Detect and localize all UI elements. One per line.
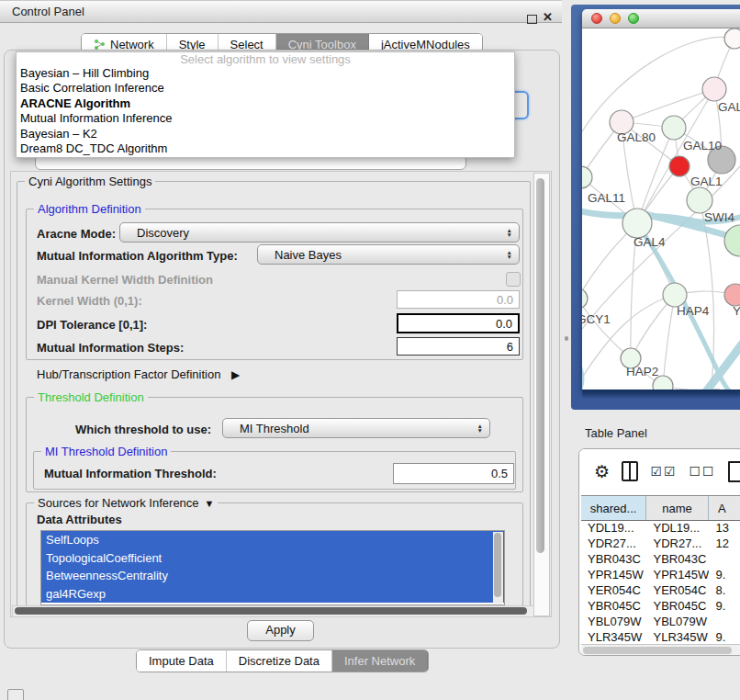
menu-item[interactable]: Dream8 DC_TDC Algorithm: [17, 141, 514, 156]
menu-item[interactable]: Bayesian – K2: [17, 127, 514, 141]
deselect-checkboxes-icon[interactable]: ☐☐: [689, 464, 715, 479]
mi-steps-label: Mutual Information Steps:: [37, 341, 184, 355]
float-icon[interactable]: [527, 13, 537, 27]
menu-item[interactable]: Bayesian – Hill Climbing: [17, 66, 514, 81]
node-label: Y: [733, 304, 740, 318]
cyni-algorithm-settings-title: Cyni Algorithm Settings: [25, 175, 155, 188]
zoom-traffic-icon[interactable]: [628, 13, 639, 24]
which-threshold-combo[interactable]: MI Threshold ▲▼: [222, 418, 490, 438]
stepper-arrows-icon: ▲▼: [507, 228, 512, 237]
chevron-right-icon: ▶: [231, 368, 240, 381]
minimize-traffic-icon[interactable]: [610, 13, 621, 24]
tab-discretize-data[interactable]: Discretize Data: [227, 650, 332, 672]
kernel-width-field[interactable]: 0.0: [397, 290, 520, 309]
table-header: shared... name A: [581, 495, 740, 521]
table-panel-title: Table Panel: [585, 426, 647, 440]
network-window-titlebar: [582, 9, 740, 28]
network-node-salmon: [724, 284, 740, 306]
tab-impute-data[interactable]: Impute Data: [137, 650, 227, 672]
table-row[interactable]: YBL079WYBL079W: [581, 614, 740, 629]
column-header-shared-name[interactable]: shared...: [581, 496, 646, 520]
manual-kernel-label: Manual Kernel Width Definition: [37, 273, 213, 287]
settings-vscrollbar[interactable]: [533, 173, 550, 616]
table-panel-titlebar: Table Panel: [571, 419, 740, 446]
gear-icon[interactable]: ⚙: [594, 461, 610, 482]
table-row[interactable]: YPR145WYPR145W9.: [581, 567, 740, 582]
node-label: GAL4: [633, 235, 666, 249]
data-attributes-list[interactable]: SelfLoops TopologicalCoefficient Between…: [40, 530, 505, 605]
kernel-width-label: Kernel Width (0,1):: [37, 294, 142, 308]
column-header-name[interactable]: name: [646, 496, 709, 520]
partial-corner-icon[interactable]: [7, 689, 24, 700]
table-row[interactable]: YLR345WYLR345W9.: [581, 629, 740, 644]
threshold-definition-title: Threshold Definition: [34, 390, 148, 404]
data-attributes-label: Data Attributes: [37, 513, 122, 526]
algorithm-dropdown-popup: Select algorithm to view settings Bayesi…: [16, 51, 515, 158]
close-icon[interactable]: ✕: [543, 10, 553, 24]
chevron-down-icon: ▼: [205, 498, 215, 509]
aracne-mode-label: Aracne Mode:: [37, 227, 116, 241]
control-panel-titlebar: Control Panel: [0, 0, 562, 23]
table-row[interactable]: YDL19...YDL19...13: [581, 520, 740, 536]
settings-hscrollbar[interactable]: [12, 605, 534, 617]
node-label: GAL80: [617, 130, 656, 144]
control-panel-title: Control Panel: [12, 5, 84, 18]
aracne-mode-combo[interactable]: Discovery ▲▼: [119, 222, 520, 243]
mi-type-label: Mutual Information Algorithm Type:: [37, 249, 238, 263]
tab-infer-network[interactable]: Infer Network: [332, 650, 428, 672]
node-label: SWI4: [704, 210, 734, 224]
list-item[interactable]: TopologicalCoefficient: [41, 549, 504, 568]
list-scrollbar[interactable]: [493, 532, 503, 604]
manual-kernel-checkbox[interactable]: [506, 272, 521, 287]
node-label: GAL1: [690, 175, 723, 188]
menu-item-selected[interactable]: ARACNE Algorithm: [17, 96, 514, 111]
sources-group-title[interactable]: Sources for Network Inference ▼: [34, 496, 218, 510]
table-row[interactable]: YBR045CYBR045C9.: [581, 598, 740, 614]
table-row[interactable]: YDR27...YDR27...12: [581, 536, 740, 551]
app-screen: Control Panel ✕ Network Style Select Cyn…: [0, 0, 740, 700]
list-item[interactable]: BetweennessCentrality: [41, 567, 504, 585]
list-item[interactable]: gal4RGexp: [41, 585, 504, 604]
table-panel: ⚙ ☑☑ ☐☐ shared... name A YDL19...YDL19..…: [578, 448, 740, 656]
network-node-gal1: [687, 187, 712, 213]
window-shadow: [582, 390, 740, 399]
dpi-tolerance-field[interactable]: 0.0: [397, 313, 520, 333]
select-all-checkboxes-icon[interactable]: ☑☑: [650, 464, 677, 479]
menu-item[interactable]: Mutual Information Inference: [17, 111, 514, 126]
dpi-tolerance-label: DPI Tolerance [0,1]:: [37, 318, 147, 332]
dropdown-prompt: Select algorithm to view settings: [17, 52, 514, 66]
mi-type-combo[interactable]: Naive Bayes ▲▼: [257, 244, 520, 265]
apply-button[interactable]: Apply: [247, 620, 314, 641]
node-label: GAL10: [683, 139, 722, 152]
stepper-arrows-icon: ▲▼: [507, 250, 512, 259]
mi-threshold-group-title: MI Threshold Definition: [41, 445, 171, 458]
network-node-gal: [702, 77, 726, 101]
algorithm-definition-title: Algorithm Definition: [34, 202, 145, 216]
network-node-swi4: [724, 225, 740, 256]
network-node-gal4: [622, 209, 652, 238]
bottom-tabs: Impute Data Discretize Data Infer Networ…: [136, 649, 429, 672]
list-item[interactable]: SelfLoops: [41, 531, 504, 549]
network-canvas[interactable]: GAL GAL80 GAL10 GAL1 GAL11 SWI4 GAL4 GCY…: [582, 28, 740, 390]
columns-icon[interactable]: [622, 461, 638, 481]
menu-item[interactable]: Basic Correlation Inference: [17, 81, 514, 96]
mi-steps-field[interactable]: 6: [397, 337, 520, 356]
splitter-handle[interactable]: [565, 336, 568, 341]
mi-threshold-label: Mutual Information Threshold:: [44, 467, 217, 480]
hub-definition-toggle[interactable]: Hub/Transcription Factor Definition ▶: [37, 367, 240, 381]
network-node: [724, 28, 740, 49]
node-label: GCY1: [582, 312, 611, 326]
network-node-gcy1: [582, 288, 588, 309]
table-hscrollbar[interactable]: [581, 644, 740, 656]
network-node-gal10: [662, 116, 686, 140]
file-icon[interactable]: [728, 461, 740, 482]
table-row[interactable]: YER054CYER054C8.: [581, 582, 740, 598]
network-window[interactable]: GAL GAL80 GAL10 GAL1 GAL11 SWI4 GAL4 GCY…: [582, 9, 740, 390]
table-toolbar: ⚙ ☑☑ ☐☐: [579, 449, 740, 493]
stepper-arrows-icon: ▲▼: [477, 423, 483, 433]
mi-threshold-field[interactable]: 0.5: [393, 463, 514, 484]
column-header-partial[interactable]: A: [709, 496, 740, 520]
close-traffic-icon[interactable]: [591, 13, 602, 24]
table-body: YDL19...YDL19...13 YDR27...YDR27...12 YB…: [581, 520, 740, 644]
table-row[interactable]: YBR043CYBR043C: [581, 551, 740, 567]
